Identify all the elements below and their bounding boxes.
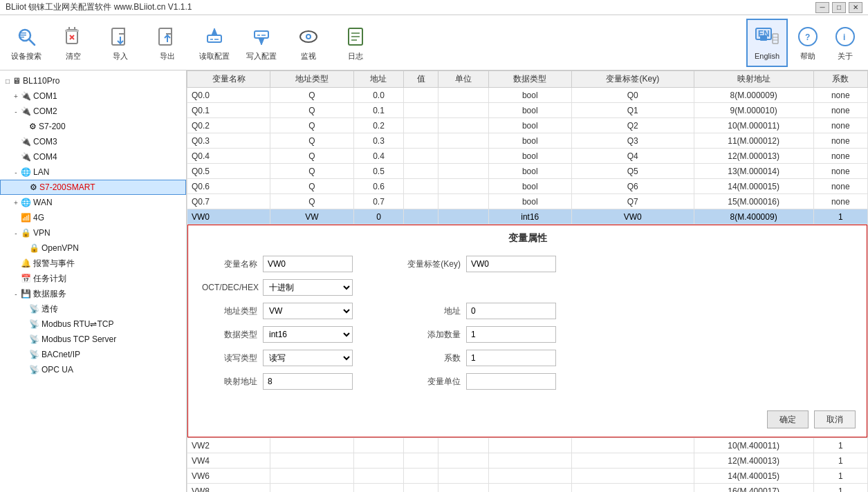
table-cell: [353, 438, 404, 453]
table-row[interactable]: Q0.0Q0.0boolQ08(M.000009)none: [187, 88, 868, 103]
table-cell: VW0: [571, 209, 694, 225]
about-button[interactable]: i 关于: [828, 19, 862, 67]
table-row[interactable]: Q0.4Q0.4boolQ412(M.000013)none: [187, 149, 868, 164]
sidebar-item-data-service[interactable]: -💾数据服务: [0, 286, 186, 301]
read-config-button[interactable]: 读取配置: [194, 19, 235, 67]
sidebar-item-vpn[interactable]: -🔒VPN: [0, 225, 186, 240]
addr-label: 地址: [405, 305, 461, 317]
log-button[interactable]: 日志: [335, 19, 376, 67]
log-label: 日志: [348, 52, 363, 61]
tree-icon-lan: 🌐: [21, 167, 31, 177]
sidebar-item-bacnet[interactable]: 📡BACnet/IP: [0, 347, 186, 362]
table-row[interactable]: Q0.7Q0.7boolQ715(M.000016)none: [187, 194, 868, 209]
sidebar-item-opc-ua[interactable]: 📡OPC UA: [0, 362, 186, 377]
add-qty-input[interactable]: [466, 326, 556, 343]
table-cell: [404, 484, 438, 493]
table-cell: [404, 453, 438, 469]
table-row[interactable]: VW614(M.400015)1: [187, 469, 868, 484]
tree-toggle-bl110pro: □: [3, 77, 12, 85]
confirm-button[interactable]: 确定: [767, 410, 809, 428]
table-cell: bool: [488, 194, 571, 209]
table-cell: Q5: [571, 164, 694, 179]
sidebar-item-s7-200smart[interactable]: ⚙S7-200SMART: [0, 180, 186, 195]
table-cell: [488, 469, 571, 484]
sidebar-item-lan[interactable]: -🌐LAN: [0, 164, 186, 180]
clear-button[interactable]: 清空: [53, 19, 94, 67]
sidebar-item-alarm[interactable]: 🔔报警与事件: [0, 256, 186, 271]
tree-toggle-com1: +: [11, 93, 21, 100]
table-row[interactable]: Q0.2Q0.2boolQ210(M.000011)none: [187, 118, 868, 133]
table-cell: 0.3: [353, 133, 404, 149]
table-cell: [438, 133, 488, 149]
tree-icon-modbus-rtu-tcp: 📡: [29, 319, 39, 329]
tree-icon-com1: 🔌: [21, 91, 31, 101]
sidebar-item-wan[interactable]: +🌐WAN: [0, 195, 186, 210]
addr-type-select[interactable]: QVWMI: [263, 303, 353, 319]
table-cell: 1: [813, 209, 867, 225]
sidebar-item-bl110pro[interactable]: □🖥BL110Pro: [0, 73, 186, 88]
svg-text:?: ?: [805, 32, 810, 42]
table-row[interactable]: Q0.5Q0.5boolQ513(M.000014)none: [187, 164, 868, 179]
english-icon: EN: [755, 24, 779, 49]
var-key-input[interactable]: [466, 256, 556, 272]
table-cell: 10(M.000011): [694, 118, 813, 133]
export-button[interactable]: 导出: [147, 19, 188, 67]
sidebar-item-openvpn[interactable]: 🔒OpenVPN: [0, 240, 186, 256]
english-button[interactable]: EN English: [746, 19, 788, 67]
table-cell: Q: [270, 103, 353, 118]
about-label: 关于: [838, 52, 853, 61]
device-search-button[interactable]: 设备搜索: [6, 19, 47, 67]
table-row[interactable]: Q0.3Q0.3boolQ311(M.000012)none: [187, 133, 868, 149]
help-button[interactable]: ? 帮助: [791, 19, 825, 67]
device-search-label: 设备搜索: [11, 52, 41, 61]
table-row[interactable]: VW0VW0int16VW08(M.400009)1: [187, 209, 868, 225]
minimize-button[interactable]: ─: [815, 2, 829, 13]
table-row[interactable]: VW816(M.400017)1: [187, 484, 868, 493]
tree-label-lan: LAN: [33, 167, 49, 177]
table-row[interactable]: Q0.6Q0.6boolQ614(M.000015)none: [187, 179, 868, 194]
table-cell: 11(M.000012): [694, 133, 813, 149]
toolbar-right: EN English ? 帮助 i: [746, 19, 862, 67]
import-button[interactable]: 导入: [100, 19, 141, 67]
sidebar-item-4g[interactable]: 📶4G: [0, 210, 186, 225]
var-name-input[interactable]: [263, 256, 353, 272]
import-icon: [108, 24, 133, 49]
oct-select[interactable]: 八进制十进制十六进制: [263, 279, 353, 296]
table-cell: [404, 194, 438, 209]
table-row[interactable]: Q0.1Q0.1boolQ19(M.000010)none: [187, 103, 868, 118]
sidebar-item-com2[interactable]: -🔌COM2: [0, 104, 186, 119]
data-type-select[interactable]: boolint16uint16int32float: [263, 326, 353, 343]
sidebar-item-transparent[interactable]: 📡透传: [0, 301, 186, 316]
rw-type-select[interactable]: 只读只写读写: [263, 350, 353, 366]
svg-rect-4: [19, 37, 24, 38]
table-cell: [404, 118, 438, 133]
cancel-button[interactable]: 取消: [814, 410, 856, 428]
map-addr-input[interactable]: [263, 373, 353, 390]
addr-input[interactable]: [466, 303, 556, 319]
write-config-button[interactable]: 写入配置: [241, 19, 282, 67]
sidebar-item-com4[interactable]: 🔌COM4: [0, 149, 186, 164]
sidebar-item-task[interactable]: 📅任务计划: [0, 271, 186, 286]
close-button[interactable]: ✕: [849, 2, 862, 13]
table-row[interactable]: VW412(M.400013)1: [187, 453, 868, 469]
sidebar-item-modbus-rtu-tcp[interactable]: 📡Modbus RTU⇌TCP: [0, 316, 186, 332]
table-cell: Q0.1: [187, 103, 270, 118]
monitor-button[interactable]: 监视: [288, 19, 329, 67]
sidebar-item-modbus-tcp-server[interactable]: 📡Modbus TCP Server: [0, 332, 186, 347]
maximize-button[interactable]: □: [832, 2, 846, 13]
sidebar-item-com3[interactable]: 🔌COM3: [0, 134, 186, 149]
table-cell: [571, 438, 694, 453]
modal-row-addrtype: 地址类型 QVWMI 地址: [202, 303, 853, 319]
tree-toggle-vpn: -: [11, 229, 21, 237]
table-header-地址: 地址: [353, 71, 404, 88]
sidebar-item-com1[interactable]: +🔌COM1: [0, 88, 186, 104]
unit-input[interactable]: [466, 373, 556, 390]
sidebar-item-s7-200[interactable]: ⚙S7-200: [0, 119, 186, 134]
svg-text:EN: EN: [758, 29, 770, 39]
clear-icon: [61, 24, 86, 49]
var-name-label: 变量名称: [202, 258, 257, 270]
table-row[interactable]: VW210(M.400011)1: [187, 438, 868, 453]
tree-icon-wan: 🌐: [21, 198, 31, 207]
table-cell: bool: [488, 149, 571, 164]
coef-input[interactable]: [466, 350, 556, 366]
